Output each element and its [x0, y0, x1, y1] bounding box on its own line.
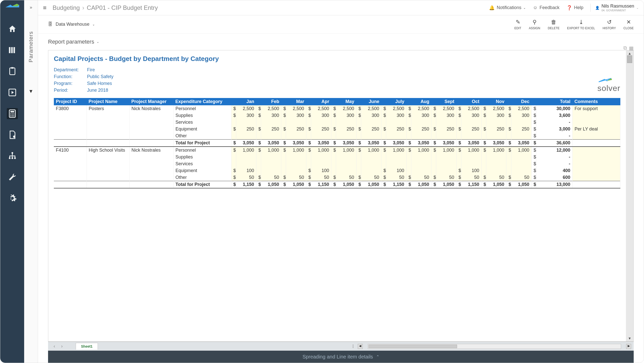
month-cell[interactable]: [436, 160, 456, 167]
month-cell[interactable]: [436, 167, 456, 174]
month-cell[interactable]: [311, 119, 331, 126]
scroll-down-icon[interactable]: ▼: [628, 336, 631, 340]
month-cell[interactable]: 2,500: [361, 105, 381, 112]
month-cell[interactable]: [486, 167, 506, 174]
month-cell[interactable]: [261, 160, 281, 167]
month-cell[interactable]: [361, 133, 381, 140]
month-cell[interactable]: 300: [311, 112, 331, 119]
month-cell[interactable]: [461, 154, 481, 160]
nav-settings-icon[interactable]: [7, 193, 18, 204]
comment-cell[interactable]: [573, 119, 620, 126]
month-cell[interactable]: 50: [286, 174, 306, 181]
month-cell[interactable]: [336, 154, 356, 160]
month-cell[interactable]: 2,500: [311, 105, 331, 112]
month-cell[interactable]: [286, 154, 306, 160]
month-cell[interactable]: 250: [361, 126, 381, 133]
month-cell[interactable]: [236, 154, 256, 160]
month-cell[interactable]: [361, 160, 381, 167]
month-cell[interactable]: 250: [311, 126, 331, 133]
month-cell[interactable]: [511, 119, 531, 126]
month-cell[interactable]: [336, 167, 356, 174]
month-cell[interactable]: 300: [386, 112, 406, 119]
nav-library-icon[interactable]: [7, 45, 18, 56]
month-cell[interactable]: 100: [461, 167, 481, 174]
assign-button[interactable]: ⚲ASSIGN: [529, 19, 540, 30]
month-cell[interactable]: [361, 119, 381, 126]
nav-workflow-icon[interactable]: [7, 150, 18, 161]
tab-sheet1[interactable]: Sheet1: [76, 343, 98, 350]
close-button[interactable]: ✕CLOSE: [623, 19, 634, 30]
month-cell[interactable]: 1,000: [236, 147, 256, 154]
month-cell[interactable]: 250: [386, 126, 406, 133]
month-cell[interactable]: 300: [236, 112, 256, 119]
month-cell[interactable]: 2,500: [336, 105, 356, 112]
month-cell[interactable]: 1,000: [261, 147, 281, 154]
month-cell[interactable]: [411, 167, 431, 174]
month-cell[interactable]: [386, 160, 406, 167]
month-cell[interactable]: 1,000: [486, 147, 506, 154]
comment-cell[interactable]: For support: [573, 105, 620, 112]
month-cell[interactable]: 2,500: [436, 105, 456, 112]
nav-clipboard-icon[interactable]: [7, 66, 18, 77]
comment-cell[interactable]: [573, 174, 620, 181]
month-cell[interactable]: [286, 160, 306, 167]
month-cell[interactable]: [461, 119, 481, 126]
notifications-button[interactable]: 🔔 Notifications ⌄: [489, 5, 526, 11]
comment-cell[interactable]: [573, 112, 620, 119]
month-cell[interactable]: 50: [261, 174, 281, 181]
nav-calculator-icon[interactable]: [7, 108, 18, 119]
month-cell[interactable]: 250: [286, 126, 306, 133]
hscroll-left-icon[interactable]: ◀: [358, 344, 363, 349]
month-cell[interactable]: [411, 160, 431, 167]
user-menu[interactable]: 👤 Nils Rasmussen 04. Government ⌄: [590, 4, 639, 12]
nav-tools-icon[interactable]: [7, 172, 18, 183]
month-cell[interactable]: [311, 154, 331, 160]
month-cell[interactable]: 1,000: [386, 147, 406, 154]
month-cell[interactable]: 100: [236, 167, 256, 174]
comment-cell[interactable]: [573, 167, 620, 174]
hscroll-right-icon[interactable]: ▶: [626, 344, 631, 349]
month-cell[interactable]: 2,500: [486, 105, 506, 112]
month-cell[interactable]: [411, 154, 431, 160]
month-cell[interactable]: 250: [261, 126, 281, 133]
month-cell[interactable]: 300: [511, 112, 531, 119]
month-cell[interactable]: 100: [386, 167, 406, 174]
month-cell[interactable]: [336, 119, 356, 126]
split-handle[interactable]: [353, 345, 356, 348]
month-cell[interactable]: 50: [336, 174, 356, 181]
month-cell[interactable]: [486, 119, 506, 126]
month-cell[interactable]: [461, 160, 481, 167]
month-cell[interactable]: 2,500: [386, 105, 406, 112]
feedback-button[interactable]: ☺ Feedback: [533, 5, 559, 10]
tab-prev-icon[interactable]: ‹: [51, 344, 58, 349]
data-source-dropdown[interactable]: 🗄 Data Warehouse ⌄: [48, 22, 95, 27]
month-cell[interactable]: [286, 167, 306, 174]
month-cell[interactable]: 50: [511, 174, 531, 181]
month-cell[interactable]: 1,000: [311, 147, 331, 154]
month-cell[interactable]: 250: [436, 126, 456, 133]
month-cell[interactable]: [461, 133, 481, 140]
month-cell[interactable]: [336, 133, 356, 140]
popout-icon[interactable]: ⧉: [623, 45, 627, 51]
report-parameters-toggle[interactable]: Report parameters ⌄: [48, 39, 99, 45]
month-cell[interactable]: 250: [411, 126, 431, 133]
month-cell[interactable]: 50: [361, 174, 381, 181]
delete-button[interactable]: 🗑DELETE: [548, 19, 560, 30]
month-cell[interactable]: 1,000: [511, 147, 531, 154]
month-cell[interactable]: [236, 119, 256, 126]
month-cell[interactable]: 2,500: [511, 105, 531, 112]
comment-cell[interactable]: [573, 147, 620, 154]
comment-cell[interactable]: [573, 133, 620, 140]
month-cell[interactable]: [511, 133, 531, 140]
nav-user-page-icon[interactable]: [7, 129, 18, 140]
month-cell[interactable]: 1,000: [411, 147, 431, 154]
month-cell[interactable]: [386, 154, 406, 160]
month-cell[interactable]: [261, 133, 281, 140]
breadcrumb-module[interactable]: Budgeting: [53, 4, 80, 11]
scroll-thumb[interactable]: [627, 55, 632, 63]
month-cell[interactable]: 50: [236, 174, 256, 181]
month-cell[interactable]: 2,500: [236, 105, 256, 112]
month-cell[interactable]: 300: [361, 112, 381, 119]
month-cell[interactable]: [286, 119, 306, 126]
help-button[interactable]: ❓ Help: [567, 5, 583, 11]
